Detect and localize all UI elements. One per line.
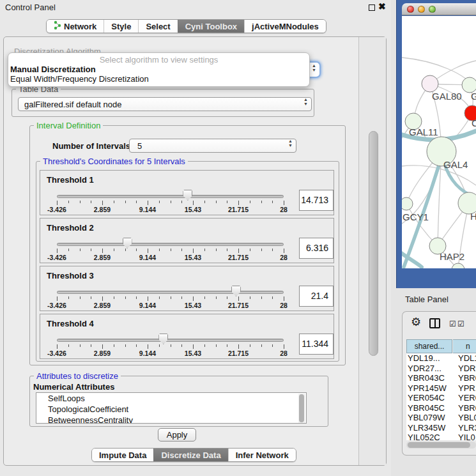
list-scrollbar-track[interactable] [298, 394, 305, 424]
threshold-value-field[interactable]: 21.4 [299, 286, 334, 307]
tab-jactivemnodules[interactable]: jActiveMNodules [244, 20, 326, 33]
table-row[interactable]: YPR145WYPR1 [406, 383, 476, 394]
list-item[interactable]: SelfLoops [36, 393, 306, 404]
combo-stepper-icon[interactable]: ▲▼ [302, 99, 309, 109]
slider-tick [125, 201, 126, 203]
slider-tick [102, 249, 103, 253]
slider-tick [193, 249, 194, 253]
slider-thumb[interactable] [123, 238, 132, 249]
gear-icon[interactable]: ⚙ [411, 316, 421, 328]
tab-network[interactable]: Network [47, 20, 104, 33]
dropdown-option-equal-width[interactable]: Equal Width/Frequency Discretization [8, 74, 309, 84]
table-data-combobox[interactable]: galFiltered.sif default node ▲▼ [18, 97, 312, 111]
combo-stepper-icon[interactable]: ▲▼ [287, 141, 294, 151]
list-item[interactable]: BetweennessCentrality [36, 415, 306, 424]
slider-tick [227, 296, 227, 299]
slider-track[interactable] [57, 243, 284, 246]
table-data-value: galFiltered.sif default node [24, 100, 121, 109]
number-of-intervals-value: 5 [137, 141, 142, 151]
slider-tick [261, 201, 262, 203]
combo-stepper-icon[interactable]: ▲▼ [311, 65, 318, 75]
slider-tick [148, 201, 148, 205]
slider-tick [261, 249, 262, 251]
panel-scrollbar-thumb[interactable] [369, 131, 378, 356]
slider-thumb[interactable] [158, 334, 168, 344]
tab-impute-data[interactable]: Impute Data [92, 449, 153, 461]
network-node-label: HAP2 [440, 251, 464, 262]
network-node-label: C [472, 118, 476, 128]
slider-tick [114, 344, 114, 347]
slider-tick [272, 296, 273, 299]
network-node-label: GCY1 [403, 211, 429, 222]
slider-tick [159, 201, 160, 203]
window-zoom-icon[interactable] [429, 6, 436, 13]
table-row[interactable]: YLR345WYLR3 [406, 423, 476, 433]
slider-track[interactable] [57, 195, 284, 198]
table-row[interactable]: YDR27...YDR2 [406, 364, 476, 374]
slider-tick [193, 296, 194, 301]
network-canvas[interactable]: GAL80GACGAL11GAL4GCY1HHAP2 [402, 16, 476, 268]
window-close-icon[interactable] [407, 6, 414, 13]
slider-tick-label: 2.859 [94, 302, 111, 309]
table-row[interactable]: YDL19...YDL1 [406, 353, 476, 364]
slider-tick-label: 28 [280, 254, 288, 261]
number-of-intervals-combobox[interactable]: 5 ▲▼ [129, 139, 296, 153]
table-row[interactable]: YIL052CYIL0 [406, 433, 476, 440]
cell-shared-name: YPR145W [406, 383, 452, 394]
apply-button[interactable]: Apply [158, 428, 196, 441]
table-row[interactable]: YBR043CYBR0 [406, 373, 476, 383]
threshold-value-field[interactable]: 14.713 [299, 190, 334, 211]
dropdown-option-manual[interactable]: Manual Discretization [8, 65, 309, 74]
slider-tick [125, 296, 126, 299]
table-hscrollbar-thumb[interactable] [408, 442, 470, 448]
attributes-group-label: Attributes to discretize [34, 371, 121, 381]
slider-tick [102, 201, 103, 205]
window-minimize-icon[interactable] [418, 6, 425, 13]
close-icon[interactable]: ✖ [378, 1, 386, 12]
slider-tick-label: 9.144 [139, 254, 156, 261]
table-hscrollbar-track[interactable] [406, 441, 476, 449]
tab-discretize-data[interactable]: Discretize Data [153, 449, 227, 461]
table-row[interactable]: YBL079WYBL0 [406, 413, 476, 423]
slider-tick [91, 249, 91, 251]
slider-tick [136, 201, 137, 203]
column-layout-icon[interactable] [429, 318, 440, 328]
column-header-name[interactable]: n [453, 339, 476, 353]
checkbox-icon[interactable]: ☑ [449, 319, 456, 328]
checkbox-icon[interactable]: ☑ [457, 319, 464, 328]
slider-tick [171, 344, 171, 347]
slider-tick-label: 15.43 [185, 206, 201, 213]
slider-tick [238, 296, 239, 301]
thresholds-group-label: Threshold's Coordinates for 5 Intervals [40, 157, 188, 166]
tab-cyni-toolbox[interactable]: Cyni Toolbox [178, 20, 244, 33]
slider-tick [261, 296, 262, 299]
slider-thumb[interactable] [231, 286, 241, 296]
column-header-shared[interactable]: shared... [406, 339, 452, 353]
float-window-icon[interactable] [369, 4, 375, 11]
slider-tick-label: 15.43 [185, 302, 201, 309]
list-item[interactable]: TopologicalCoefficient [36, 404, 306, 415]
list-scrollbar-thumb[interactable] [299, 394, 304, 422]
table-row[interactable]: YER054CYER0 [406, 393, 476, 403]
slider-track[interactable] [57, 291, 284, 294]
slider-thumb[interactable] [183, 190, 192, 201]
tab-style[interactable]: Style [104, 20, 138, 33]
network-node[interactable] [422, 75, 438, 92]
slider-tick [136, 249, 137, 251]
tab-select[interactable]: Select [138, 20, 177, 33]
slider-tick [68, 201, 69, 203]
network-icon [54, 20, 61, 32]
cell-shared-name: YBR045C [406, 403, 452, 413]
cell-name: YBL0 [452, 413, 476, 423]
slider-track[interactable] [57, 339, 284, 342]
network-node[interactable] [402, 197, 413, 210]
slider-tick [238, 201, 239, 205]
threshold-value-field[interactable]: 11.344 [299, 334, 334, 355]
slider-tick [250, 201, 250, 203]
slider-tick-label: 28 [280, 349, 288, 357]
threshold-value-field[interactable]: 6.316 [299, 238, 334, 259]
tab-infer-network[interactable]: Infer Network [228, 449, 296, 461]
table-row[interactable]: YBR045CYBR0 [406, 403, 476, 413]
network-node-label: GAL4 [443, 159, 468, 170]
slider-tick-label: -3.426 [47, 206, 66, 213]
